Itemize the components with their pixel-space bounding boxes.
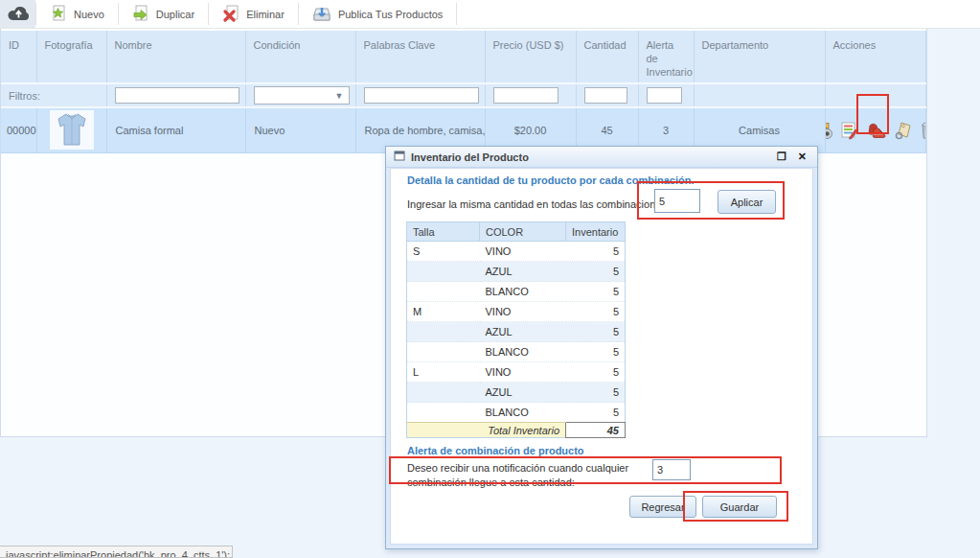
duplicate-arrow-icon	[132, 5, 149, 24]
combination-row: BLANCO5	[407, 342, 626, 362]
filter-condicion-select[interactable]: ▼	[254, 86, 350, 105]
delete-x-icon	[222, 5, 239, 24]
total-row: Total Inventario 45	[407, 423, 626, 438]
publish-tray-icon	[312, 5, 331, 24]
combination-row: AZUL5	[407, 322, 626, 342]
combination-row: BLANCO5	[407, 282, 626, 302]
trash-icon[interactable]	[920, 120, 926, 141]
status-link-text: javascript:eliminarPropiedad('hk_pro_4_c…	[0, 546, 233, 558]
filters-label: Filtros:	[1, 83, 106, 107]
shirt-image	[56, 111, 88, 149]
col-precio[interactable]: Precio (USD $)	[485, 31, 576, 83]
col-acciones[interactable]: Acciones	[825, 31, 925, 83]
alert-label: Deseo recibir una notificación cuando cu…	[407, 461, 645, 490]
filter-precio-input[interactable]	[493, 87, 558, 104]
filter-cantidad-input[interactable]	[584, 87, 627, 104]
modal-heading-alert: Alerta de combinación de producto	[407, 445, 584, 456]
modal-heading-combinations: Detalla la cantidad de tu producto por c…	[407, 174, 695, 186]
alert-quantity-input[interactable]	[652, 459, 691, 480]
col-condicion[interactable]: Condición	[245, 31, 355, 83]
combinations-header-row: Talla COLOR Inventario	[407, 222, 626, 242]
apply-label: Ingresar la misma cantidad en todas las …	[407, 198, 670, 210]
duplicate-button[interactable]: Duplicar	[119, 0, 208, 28]
combination-row: BLANCO5	[407, 403, 626, 423]
combination-row: LVINO5	[407, 362, 626, 383]
new-button-label: Nuevo	[74, 9, 104, 20]
duplicate-button-label: Duplicar	[156, 9, 194, 20]
col-alerta[interactable]: Alerta de Inventario	[638, 31, 694, 83]
chevron-down-icon: ▼	[330, 91, 349, 101]
product-photo[interactable]	[50, 110, 94, 150]
new-star-icon	[50, 5, 67, 24]
inventory-modal: Inventario del Producto ❐ ✕ Detalla la c…	[385, 146, 818, 549]
modal-title-text: Inventario del Producto	[411, 151, 529, 163]
inventory-icon[interactable]	[866, 120, 887, 141]
col-nombre[interactable]: Nombre	[106, 31, 245, 83]
grid-filter-row: Filtros: ▼	[1, 83, 925, 107]
publish-button-label: Publica Tus Productos	[338, 9, 443, 20]
row-actions	[832, 110, 920, 151]
combination-row: SVINO5	[407, 242, 626, 262]
photos-icon[interactable]	[825, 120, 833, 141]
cell-id: 000001	[1, 107, 36, 152]
col-departamento[interactable]: Departamento	[694, 31, 825, 83]
new-button[interactable]: Nuevo	[36, 0, 118, 28]
filter-nombre-input[interactable]	[115, 87, 239, 104]
col-palabras-clave[interactable]: Palabras Clave	[355, 31, 485, 83]
toolbar: Nuevo Duplicar Eliminar Pu	[0, 0, 980, 29]
tag-icon[interactable]	[894, 120, 913, 141]
combination-row: AZUL5	[407, 262, 626, 282]
col-inventario: Inventario	[566, 222, 626, 242]
grid-header-row: ID Fotografía Nombre Condición Palabras …	[1, 31, 925, 83]
cell-nombre: Camisa formal	[106, 107, 245, 152]
combinations-table: Talla COLOR Inventario SVINO5 AZUL5 BLAN…	[406, 221, 626, 438]
cloud-upload-icon	[7, 5, 30, 23]
total-value: 45	[566, 423, 626, 438]
upload-button[interactable]	[0, 0, 35, 28]
col-fotografia[interactable]: Fotografía	[36, 31, 106, 83]
back-button[interactable]: Regresar	[629, 496, 696, 518]
col-talla: Talla	[407, 222, 480, 242]
total-label: Total Inventario	[407, 423, 566, 438]
filter-alerta-input[interactable]	[647, 87, 683, 104]
delete-button[interactable]: Eliminar	[209, 0, 298, 28]
col-cantidad[interactable]: Cantidad	[576, 31, 638, 83]
notes-icon[interactable]	[840, 120, 859, 141]
apply-quantity-input[interactable]	[654, 189, 700, 213]
close-icon[interactable]: ✕	[795, 151, 809, 163]
col-id[interactable]: ID	[1, 31, 36, 83]
modal-titlebar[interactable]: Inventario del Producto ❐ ✕	[386, 147, 817, 168]
apply-button[interactable]: Aplicar	[718, 190, 776, 214]
save-button[interactable]: Guardar	[702, 496, 777, 518]
window-icon	[394, 151, 405, 163]
filter-palabras-input[interactable]	[364, 87, 479, 104]
cell-condicion: Nuevo	[245, 107, 355, 152]
products-table: ID Fotografía Nombre Condición Palabras …	[1, 31, 926, 153]
delete-button-label: Eliminar	[246, 9, 285, 20]
combination-row: AZUL5	[407, 383, 626, 403]
maximize-icon[interactable]: ❐	[774, 151, 789, 163]
col-color: COLOR	[480, 222, 566, 242]
publish-button[interactable]: Publica Tus Productos	[299, 0, 456, 28]
combination-row: MVINO5	[407, 302, 626, 322]
toolbar-separator	[456, 3, 457, 25]
